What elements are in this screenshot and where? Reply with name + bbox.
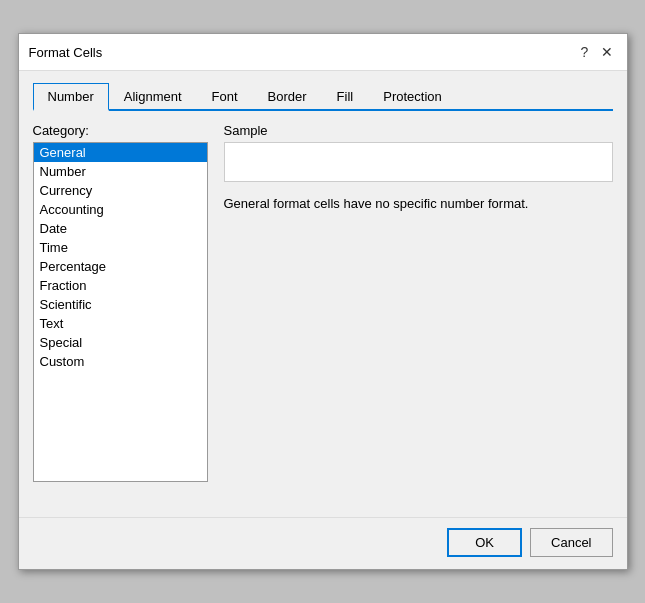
category-item-text[interactable]: Text — [34, 314, 207, 333]
tab-border[interactable]: Border — [253, 83, 322, 111]
title-bar-controls: ? ✕ — [575, 42, 617, 62]
tab-bar: Number Alignment Font Border Fill Protec… — [33, 81, 613, 111]
title-bar-left: Format Cells — [29, 45, 103, 60]
category-label: Category: — [33, 123, 208, 138]
title-bar: Format Cells ? ✕ — [19, 34, 627, 71]
sample-box — [224, 142, 613, 182]
dialog-title: Format Cells — [29, 45, 103, 60]
category-item-percentage[interactable]: Percentage — [34, 257, 207, 276]
category-item-time[interactable]: Time — [34, 238, 207, 257]
dialog-body: Number Alignment Font Border Fill Protec… — [19, 71, 627, 517]
category-item-accounting[interactable]: Accounting — [34, 200, 207, 219]
tab-protection[interactable]: Protection — [368, 83, 457, 111]
content-area: Category: General Number Currency Accoun… — [33, 123, 613, 503]
dialog-footer: OK Cancel — [19, 517, 627, 569]
category-item-currency[interactable]: Currency — [34, 181, 207, 200]
category-item-date[interactable]: Date — [34, 219, 207, 238]
right-panel: Sample General format cells have no spec… — [224, 123, 613, 503]
tab-number[interactable]: Number — [33, 83, 109, 111]
category-item-special[interactable]: Special — [34, 333, 207, 352]
category-item-number[interactable]: Number — [34, 162, 207, 181]
category-item-scientific[interactable]: Scientific — [34, 295, 207, 314]
sample-label: Sample — [224, 123, 613, 138]
left-panel: Category: General Number Currency Accoun… — [33, 123, 208, 503]
cancel-button[interactable]: Cancel — [530, 528, 612, 557]
tab-fill[interactable]: Fill — [322, 83, 369, 111]
help-button[interactable]: ? — [575, 42, 595, 62]
description-text: General format cells have no specific nu… — [224, 194, 613, 214]
category-list[interactable]: General Number Currency Accounting Date … — [33, 142, 208, 482]
format-cells-dialog: Format Cells ? ✕ Number Alignment Font B… — [18, 33, 628, 570]
close-button[interactable]: ✕ — [597, 42, 617, 62]
ok-button[interactable]: OK — [447, 528, 522, 557]
category-item-custom[interactable]: Custom — [34, 352, 207, 371]
category-item-general[interactable]: General — [34, 143, 207, 162]
tab-font[interactable]: Font — [197, 83, 253, 111]
category-item-fraction[interactable]: Fraction — [34, 276, 207, 295]
tab-alignment[interactable]: Alignment — [109, 83, 197, 111]
